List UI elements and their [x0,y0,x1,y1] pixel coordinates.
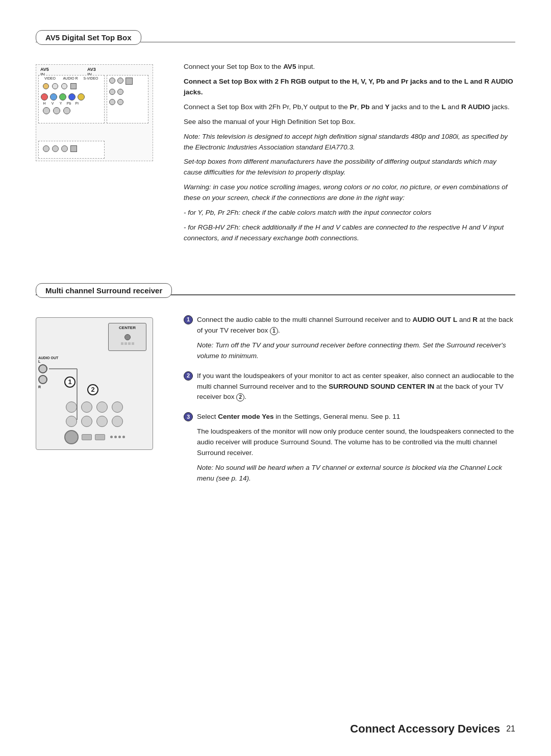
av3-c2 [117,78,123,84]
av5-rgb-instruction: Connect a Set top Box with 2 Fh RGB outp… [184,77,515,98]
btn1 [82,434,92,440]
step-1-body: Connect the audio cable to the multi cha… [197,315,515,366]
spk-7 [96,416,108,427]
dot3 [118,436,121,438]
cg3 [128,342,131,345]
av5-note2: Set-top boxes from different manufacture… [184,157,515,178]
av5-component-instruction: Connect a Set top Box with 2Fh Pr, Pb,Y … [184,102,515,113]
center-dot-wrap [109,334,146,340]
pr-lbl: Pr [73,102,81,105]
conn-y [59,93,66,100]
h-lbl: H [41,102,48,105]
r-label: R [38,385,58,389]
step-3-body: Select Center mode Yes in the Settings, … [197,412,515,488]
audio-out-label: AUDIO OUT [38,356,58,360]
av3-c3 [109,89,115,95]
svideo-label: S-VIDEO [82,77,100,80]
spk-2 [81,401,92,413]
page: AV5 Digital Set Top Box AV5IN AV3IN VIDE… [0,0,551,756]
footer: Connect Accessory Devices 21 [36,722,515,736]
av5-diagram-col: AV5IN AV3IN VIDEO AUDIO R S-VIDEO [36,62,168,248]
av5-header: AV5 Digital Set Top Box [36,31,515,53]
av5-note1: Note: This television is designed to acc… [184,132,515,153]
dots [110,436,125,438]
step-2: 2 If you want the loudspeakers of your m… [184,371,515,407]
surround-section: Multi channel Surround receiver CENTER [36,284,515,493]
spk-5 [66,416,77,427]
spk-3 [96,401,108,413]
dot2 [114,436,117,438]
v-lbl: V [49,102,56,105]
connector-sv [70,83,77,89]
spk-8 [112,416,123,427]
av5-manual-note: See also the manual of your High Definit… [184,117,515,128]
av3-c1 [109,78,115,84]
step-3-text: Select Center mode Yes in the Settings, … [197,412,515,422]
step-3-note: The loudspeakers of the monitor will now… [197,426,515,459]
surround-header: Multi channel Surround receiver [36,284,515,306]
comp-labels: H V Y Pb Pr [39,102,104,105]
video-label: VIDEO [41,77,59,80]
spk-6 [81,416,92,427]
av3-conns3 [107,97,148,107]
spk-1 [66,401,77,413]
conn-v [50,93,57,100]
surround-content: CENTER [36,315,515,493]
av3-c5 [109,99,115,105]
step-2-text: If you want the loudspeakers of your mon… [197,371,515,403]
surround-diagram-col: CENTER [36,315,168,493]
av3-c4 [117,89,123,95]
center-label: CENTER [109,323,146,330]
speaker-row-2 [41,416,147,427]
step-2-num: 2 [184,371,193,381]
av4-c1 [43,145,49,152]
surround-title: Multi channel Surround receiver [36,283,172,298]
audio-label: AUDIO R [61,77,80,80]
y2-lbl: Y [57,102,64,105]
av4-conns [39,141,104,156]
step-3-num: 3 [184,412,193,421]
conn-h [41,93,48,100]
cg1 [121,342,123,345]
step-2-body: If you want the loudspeakers of your mon… [197,371,515,407]
center-box: CENTER [108,323,146,351]
conn-a [43,107,50,114]
conn-pb [68,93,76,100]
dot4 [122,436,125,438]
circle-2: 2 [87,384,98,395]
av3-conns [107,75,148,87]
speaker-section [41,401,147,444]
av5-bullet2: - for RGB-HV 2Fh: check additionally if … [184,222,515,244]
bottom-controls [41,430,147,444]
spacer1 [36,268,515,284]
av4-sq [70,145,77,152]
dot1 [110,436,113,438]
center-dot [124,334,131,340]
step-1-num: 1 [184,315,193,324]
audio-out-area: AUDIO OUT L R [38,356,58,389]
av4-c2 [52,145,59,152]
av5-diagram: AV5IN AV3IN VIDEO AUDIO R S-VIDEO [36,64,153,161]
av3-connector-box [107,75,148,123]
av3-c6 [117,99,123,105]
step-1-text: Connect the audio cable to the multi cha… [197,315,515,336]
connector-row1 [39,82,104,90]
connector-row2 [39,92,104,102]
spk-4 [112,401,123,413]
av4-box [38,141,105,159]
center-grid [109,342,146,345]
footer-page: 21 [506,724,515,734]
av4-c3 [61,145,68,152]
lr-label: L [38,360,58,363]
pb-lbl: Pb [65,102,72,105]
conn-pr [78,93,85,100]
av5-main-instruction: Connect your Set top Box to the AV5 inpu… [184,62,515,72]
av3-sq [126,78,133,85]
av5-instructions: Connect your Set top Box to the AV5 inpu… [184,62,515,248]
step-1-note: Note: Turn off the TV and your surround … [197,340,515,362]
av5-section: AV5 Digital Set Top Box AV5IN AV3IN VIDE… [36,31,515,248]
conn-b [53,107,60,114]
audio-l-conn [38,364,47,373]
connector-r [52,83,58,89]
volume-knob [64,430,79,444]
